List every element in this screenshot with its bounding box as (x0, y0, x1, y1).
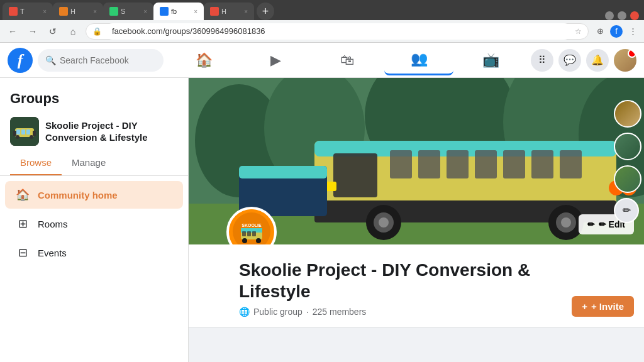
floater-avatar-2[interactable] (614, 133, 641, 160)
group-thumb-image (10, 117, 39, 146)
tab-bar: T × H × S × fb × H × + (0, 0, 644, 20)
edit-icon: ✏ (587, 219, 595, 229)
floater-avatar-1[interactable] (614, 100, 641, 128)
facebook-app: f 🔍 🏠 ▶ 🛍 👥 📺 ⠿ 💬 🔔 Groups (0, 43, 644, 362)
browser-tab-2[interactable]: H × (53, 3, 103, 20)
sidebar-group-info[interactable]: Skoolie Project - DIY Conversion & Lifes… (0, 112, 188, 151)
sidebar-item-events[interactable]: ⊟ Events (5, 239, 183, 266)
forward-button[interactable]: → (25, 24, 40, 39)
group-meta: 🌐 Public group · 225 members (226, 307, 606, 317)
search-input[interactable] (60, 55, 156, 65)
user-avatar[interactable] (614, 49, 636, 72)
svg-point-5 (30, 135, 33, 139)
svg-point-46 (242, 238, 247, 243)
settings-icon[interactable]: ⋮ (626, 25, 639, 38)
tab-close-fb[interactable]: × (194, 8, 197, 15)
search-box[interactable]: 🔍 (38, 49, 164, 72)
svg-rect-8 (26, 129, 30, 134)
svg-rect-26 (333, 153, 377, 197)
notifications-icon[interactable]: 🔔 (586, 49, 609, 72)
browser-tab-fb[interactable]: fb × (153, 3, 204, 20)
content-area: SKOOLIE PROJECT (189, 78, 644, 362)
svg-rect-2 (13, 131, 16, 136)
search-icon: 🔍 (45, 55, 56, 65)
tab-close-5[interactable]: × (244, 8, 248, 15)
sidebar-item-label-community-home: Community home (38, 190, 118, 200)
tab-close-2[interactable]: × (93, 8, 97, 15)
group-name: Skoolie Project - DIY Conversion & Lifes… (226, 260, 606, 302)
sidebar-group-name: Skoolie Project - DIY Conversion & Lifes… (45, 119, 178, 144)
sidebar-item-community-home[interactable]: 🏠 Community home (5, 181, 183, 209)
nav-marketplace[interactable]: 🛍 (313, 45, 382, 75)
star-icon[interactable]: ☆ (575, 27, 582, 36)
tab-favicon-1 (9, 7, 18, 16)
group-logo-svg: SKOOLIE PROJECT (230, 209, 274, 244)
close-button[interactable] (630, 11, 639, 20)
svg-point-47 (256, 238, 261, 243)
messenger-icon[interactable]: 💬 (558, 49, 581, 72)
events-icon: ⊟ (15, 245, 30, 260)
minimize-button[interactable] (605, 11, 614, 20)
floater-avatar-3[interactable] (614, 165, 641, 193)
sidebar-item-rooms[interactable]: ⊞ Rooms (5, 210, 183, 238)
nav-watch[interactable]: 📺 (456, 45, 525, 75)
browser-tab-5[interactable]: H × (204, 3, 254, 20)
tab-label-5: H (221, 8, 226, 15)
url-input[interactable] (104, 23, 572, 40)
svg-text:SKOOLIE: SKOOLIE (242, 223, 262, 228)
profile-icon[interactable]: f (610, 25, 623, 38)
tab-manage[interactable]: Manage (62, 151, 116, 175)
public-icon: 🌐 (239, 307, 250, 317)
svg-rect-45 (252, 231, 256, 236)
svg-point-4 (16, 135, 19, 139)
sidebar-tabs: Browse Manage (0, 151, 188, 176)
tab-browse[interactable]: Browse (10, 151, 62, 175)
svg-rect-43 (242, 231, 246, 236)
sidebar-title: Groups (0, 85, 188, 112)
nav-home[interactable]: 🏠 (169, 45, 238, 75)
tab-favicon-fb (160, 7, 169, 16)
facebook-logo[interactable]: f (8, 48, 33, 73)
svg-rect-23 (503, 150, 525, 178)
tab-close-1[interactable]: × (43, 8, 47, 15)
group-type: Public group (253, 307, 303, 317)
browser-action-icons: ⊕ f ⋮ (594, 25, 639, 38)
nav-video[interactable]: ▶ (241, 45, 310, 75)
group-info-section: Skoolie Project - DIY Conversion & Lifes… (189, 244, 644, 327)
svg-rect-37 (239, 166, 327, 178)
tab-label-3: S (121, 8, 125, 15)
new-tab-button[interactable]: + (257, 3, 274, 20)
topbar: f 🔍 🏠 ▶ 🛍 👥 📺 ⠿ 💬 🔔 (0, 43, 644, 78)
floater-compose-icon[interactable]: ✏ (614, 198, 639, 223)
svg-rect-22 (475, 150, 497, 178)
cover-photo: SKOOLIE PROJECT (189, 78, 644, 244)
apps-icon[interactable]: ⠿ (531, 49, 553, 72)
sidebar-group-thumb (10, 117, 39, 146)
invite-label: + Invite (591, 301, 624, 312)
browser-tab-3[interactable]: S × (103, 3, 153, 20)
svg-rect-25 (560, 150, 582, 178)
svg-point-29 (379, 217, 389, 228)
extensions-icon[interactable]: ⊕ (594, 25, 606, 38)
tab-favicon-2 (59, 7, 68, 16)
svg-rect-7 (21, 129, 25, 134)
svg-rect-3 (33, 131, 36, 136)
svg-rect-44 (247, 231, 251, 236)
nav-right: ⠿ 💬 🔔 (531, 49, 636, 72)
tab-label-fb: fb (171, 8, 177, 15)
invite-plus-icon: + (582, 301, 587, 312)
svg-rect-6 (16, 129, 20, 134)
reload-button[interactable]: ↺ (45, 24, 60, 39)
home-button[interactable]: ⌂ (65, 24, 80, 39)
back-button[interactable]: ← (5, 24, 20, 39)
tab-close-3[interactable]: × (143, 8, 147, 15)
nav-groups[interactable]: 👥 (384, 45, 453, 75)
svg-rect-20 (418, 150, 440, 178)
invite-button[interactable]: + + Invite (572, 296, 634, 317)
browser-tab-1[interactable]: T × (3, 3, 53, 20)
svg-point-32 (561, 217, 571, 228)
svg-rect-24 (531, 150, 553, 178)
maximize-button[interactable] (618, 11, 626, 20)
svg-rect-21 (447, 150, 469, 178)
member-count: 225 members (313, 307, 367, 317)
